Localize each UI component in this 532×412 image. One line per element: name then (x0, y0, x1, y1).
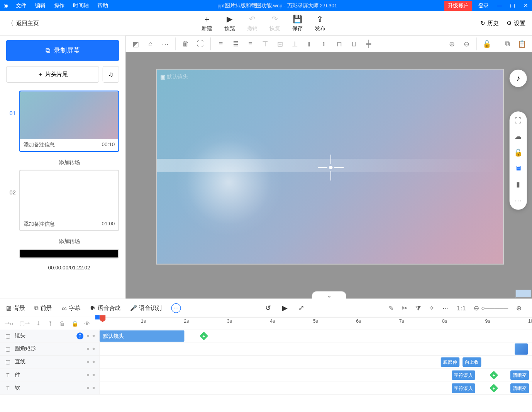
menu-timeline[interactable]: 时间轴 (69, 2, 93, 9)
thumbnail-01[interactable]: 01 添加备注信息 00:10 (6, 90, 119, 152)
distribute-h-icon[interactable]: ⫿ (303, 37, 316, 51)
expand-handle[interactable]: ⌄ (312, 291, 346, 298)
publish-button[interactable]: ⇪发布 (315, 14, 325, 32)
timeline-clip[interactable] (515, 343, 528, 354)
zoom-in-icon[interactable]: ⊕ (445, 37, 458, 51)
track-head[interactable]: T软 (0, 382, 100, 395)
minimize-icon[interactable]: — (493, 0, 506, 11)
track-body[interactable]: 底部伸向上收 (100, 356, 532, 368)
track-head[interactable]: T件 (0, 369, 100, 381)
delete-icon[interactable]: 🗑 (179, 37, 192, 51)
floating-music-button[interactable]: ♪ (510, 70, 527, 87)
tabs-more-button[interactable]: ⋯ (171, 303, 181, 313)
folder-out-icon[interactable]: ▢⭢ (19, 320, 30, 327)
desktop-icon[interactable]: 🖥 (515, 165, 522, 172)
home-icon[interactable]: ⌂ (144, 37, 157, 51)
track-dot-icon[interactable] (87, 374, 89, 376)
lock-icon[interactable]: 🔓 (480, 37, 493, 51)
download-icon[interactable]: ⭳ (36, 320, 42, 327)
track-body[interactable]: 字符滚入+清晰变 (100, 382, 532, 395)
timeline-clip[interactable]: 清晰变 (510, 383, 529, 393)
keyframe-icon[interactable]: ⋯ (442, 304, 449, 312)
back-button[interactable]: 〈 返回主页 (0, 19, 46, 27)
thumb-note[interactable]: 添加备注信息 (24, 141, 55, 149)
menu-action[interactable]: 操作 (49, 2, 69, 9)
distribute-v-icon[interactable]: ⫾ (318, 37, 331, 51)
add-transition-button[interactable]: 添加转场 (19, 155, 119, 170)
timeline-clip[interactable]: + (490, 384, 498, 392)
minimap[interactable] (515, 290, 531, 298)
more-icon[interactable]: ⋯ (159, 37, 172, 51)
align-top-icon[interactable]: ⊤ (259, 37, 272, 51)
menu-file[interactable]: 文件 (11, 2, 30, 9)
canvas-frame[interactable]: ▣默认镜头 (156, 69, 504, 265)
align-center-icon[interactable]: ≣ (229, 37, 242, 51)
expand-button[interactable]: ⤢ (298, 304, 304, 312)
close-icon[interactable]: ✕ (519, 0, 532, 11)
eye-icon[interactable]: 👁 (84, 320, 90, 327)
play-button[interactable]: ▶ (282, 304, 288, 312)
maximize-icon[interactable]: ▢ (506, 0, 519, 11)
align-icon2[interactable]: ⊔ (347, 37, 361, 51)
track-body[interactable]: 字符滚入+清晰变 (100, 369, 532, 381)
align-left-icon[interactable]: ≡ (214, 37, 227, 51)
timeline-clip[interactable]: 字符滚入 (452, 370, 475, 380)
upgrade-button[interactable]: 升级账户 (444, 1, 472, 11)
track-dot-icon[interactable] (93, 335, 95, 337)
tab-background[interactable]: ▨背景 (6, 304, 25, 312)
track-dot-icon[interactable] (87, 387, 89, 389)
help-icon[interactable]: ? (76, 332, 83, 339)
track-dot-icon[interactable] (93, 361, 95, 363)
track-dot-icon[interactable] (93, 387, 95, 389)
track-dot-icon[interactable] (93, 374, 95, 376)
track-dot-icon[interactable] (87, 348, 89, 350)
focus-icon[interactable]: ⛶ (194, 37, 207, 51)
unlock-icon[interactable]: 🔓 (514, 148, 523, 157)
head-tail-button[interactable]: ＋ 片头片尾 (6, 66, 99, 83)
track-head[interactable]: ▢圆角矩形 (0, 342, 100, 355)
track-dot-icon[interactable] (87, 361, 89, 363)
login-button[interactable]: 登录 (474, 2, 493, 9)
filter-icon[interactable]: ⧩ (415, 304, 421, 312)
add-transition-button[interactable]: 添加转场 (19, 235, 119, 249)
track-head[interactable]: ▢直线 (0, 356, 100, 368)
preview-button[interactable]: ▶预览 (224, 14, 235, 32)
tab-subtitle[interactable]: ㏄字幕 (61, 304, 81, 312)
save-button[interactable]: 💾保存 (292, 14, 303, 32)
zoom-in-slider-icon[interactable]: ⊕ (516, 304, 522, 312)
track-head[interactable]: ▢镜头? (0, 329, 100, 342)
lock-icon[interactable]: 🔒 (71, 320, 78, 327)
timeline-clip[interactable]: + (200, 332, 208, 340)
rewind-button[interactable]: ↺ (265, 304, 271, 312)
fullscreen-icon[interactable]: ⛶ (515, 117, 522, 124)
timeline-ruler[interactable]: 1s2s3s4s5s6s7s8s9s10s (100, 317, 532, 330)
track-body[interactable] (100, 342, 532, 355)
tab-asr[interactable]: 🎤语音识别 (130, 304, 162, 312)
copy-icon[interactable]: ⧉ (501, 37, 514, 51)
upload-icon[interactable]: ⭱ (48, 320, 54, 327)
zoom-out-icon[interactable]: ⊖ (460, 37, 473, 51)
mobile-icon[interactable]: ▮ (516, 180, 520, 188)
magic-icon[interactable]: ✧ (429, 304, 435, 312)
playhead[interactable] (100, 315, 106, 322)
align-bottom-icon[interactable]: ⊥ (288, 37, 302, 51)
align-right-icon[interactable]: ≡ (244, 37, 257, 51)
ratio-icon[interactable]: 1:1 (457, 304, 466, 312)
tab-foreground[interactable]: ⧉前景 (34, 304, 52, 312)
align-icon[interactable]: ⊓ (332, 37, 346, 51)
trash-icon[interactable]: 🗑 (59, 320, 65, 327)
new-button[interactable]: ＋新建 (202, 14, 212, 32)
paste-icon[interactable]: 📋 (515, 37, 529, 51)
timeline-clip[interactable]: 默认镜头 (100, 330, 185, 342)
folder-in-icon[interactable]: ⭢▢ (4, 320, 13, 327)
timeline-clip[interactable]: + (490, 371, 498, 379)
cut-icon[interactable]: ✂ (402, 304, 408, 312)
track-dot-icon[interactable] (87, 335, 89, 337)
thumbnail-03[interactable] (19, 249, 119, 259)
crop-icon[interactable]: ◩ (129, 37, 142, 51)
track-body[interactable]: 默认镜头+ (100, 329, 532, 342)
redo-button[interactable]: ↷恢复 (269, 14, 280, 32)
timeline-clip[interactable]: 字符滚入 (452, 383, 475, 393)
center-icon[interactable]: ╪ (362, 37, 375, 51)
tab-tts[interactable]: 🗣语音合成 (90, 304, 120, 312)
